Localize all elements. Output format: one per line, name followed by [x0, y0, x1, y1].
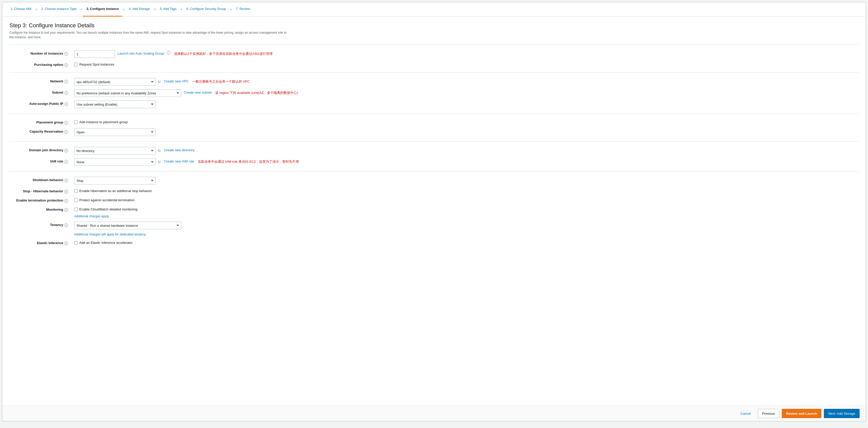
info-icon-placement[interactable]: i [64, 121, 68, 125]
info-icon-auto-scaling[interactable]: i [167, 51, 170, 55]
control-capacity-reservation: Open [71, 128, 859, 136]
info-icon-subnet[interactable]: i [64, 91, 68, 95]
info-icon-hibernate[interactable]: i [64, 190, 68, 193]
refresh-network-icon[interactable]: ↻ [157, 80, 161, 84]
termination-label-text: Protect against accidental termination [79, 198, 135, 202]
wizard-step-add-storage[interactable]: 4. Add Storage [125, 2, 154, 17]
info-icon-monitoring[interactable]: i [64, 208, 68, 212]
row-elastic-inference: Elastic Inference i Add an Elastic Infer… [9, 238, 859, 247]
section-instances: Number of instances i Launch into Auto S… [9, 44, 859, 72]
label-hibernate: Stop - Hibernate behavior i [9, 188, 71, 193]
label-network: Network i [9, 78, 71, 84]
monitoring-checkbox[interactable] [74, 208, 78, 211]
create-new-subnet-link[interactable]: Create new subnet [184, 89, 212, 94]
network-select[interactable]: vpc-485c4732 (default) [74, 78, 156, 86]
control-hibernate: Enable hibernation as an additional stop… [71, 188, 859, 193]
placement-group-label-text: Add instance to placement group [79, 120, 128, 124]
wizard-sep-5: > [180, 8, 183, 11]
info-icon-ei[interactable]: i [64, 242, 68, 245]
termination-protection-checkbox[interactable] [74, 198, 78, 202]
shutdown-behavior-select[interactable]: Stop [74, 177, 156, 184]
section-placement: Placement group i Add instance to placem… [9, 114, 859, 141]
row-termination-protection: Enable termination protection i Protect … [9, 195, 859, 205]
instances-input[interactable] [74, 50, 115, 58]
wizard-step-configure-instance[interactable]: 3. Configure Instance [83, 2, 122, 17]
label-domain-join: Domain join directory i [9, 147, 71, 153]
row-capacity-reservation: Capacity Reservation i Open [9, 126, 859, 138]
info-icon-purchasing[interactable]: i [64, 63, 68, 67]
tenancy-select[interactable]: Shared - Run a shared hardware instance [74, 222, 181, 229]
section-domain-iam: Domain join directory i No directory ↻ C… [9, 141, 859, 171]
ei-label-text: Add an Elastic Inference accelerator [79, 241, 133, 245]
info-icon-auto-ip[interactable]: i [64, 102, 68, 106]
info-icon-iam[interactable]: i [64, 160, 68, 164]
section-behavior: Shutdown behavior i Stop Stop - Hibernat… [9, 171, 859, 251]
row-network: Network i vpc-485c4732 (default) ↻ Creat… [9, 76, 859, 88]
refresh-domain-icon[interactable]: ↻ [157, 149, 161, 153]
placement-group-checkbox[interactable] [74, 120, 78, 124]
annotation-instances: 选择默认1个实例就好，多个实例在实际业务中会通过ASG进行管理 [173, 50, 273, 56]
control-elastic-inference: Add an Elastic Inference accelerator [71, 240, 859, 245]
control-num-instances: Launch into Auto Scaling Group i 选择默认1个实… [71, 50, 859, 58]
checkbox-row-ei: Add an Elastic Inference accelerator [74, 240, 133, 245]
row-placement-group: Placement group i Add instance to placem… [9, 117, 859, 126]
next-add-storage-button[interactable]: Next: Add Storage [824, 409, 860, 418]
wizard-step-review[interactable]: 7. Review [232, 2, 253, 17]
info-icon-tenancy[interactable]: i [64, 223, 68, 227]
wizard-step-instance-type[interactable]: 2. Choose Instance Type [38, 2, 80, 17]
create-new-iam-role-link[interactable]: Create new IAM role [164, 158, 194, 163]
wizard-sep-2: > [80, 8, 83, 11]
request-spot-checkbox[interactable] [74, 63, 78, 66]
control-auto-assign-ip: Use subnet setting (Enable) [71, 100, 859, 108]
label-elastic-inference: Elastic Inference i [9, 240, 71, 245]
info-icon-shutdown[interactable]: i [64, 179, 68, 182]
additional-charges-monitoring[interactable]: Additional charges apply. [74, 215, 110, 218]
row-domain-join: Domain join directory i No directory ↻ C… [9, 145, 859, 156]
hibernate-checkbox[interactable] [74, 189, 78, 193]
additional-charges-tenancy[interactable]: Additional charges will apply for dedica… [74, 233, 146, 236]
info-icon-network[interactable]: i [64, 80, 68, 84]
cancel-button[interactable]: Cancel [736, 409, 755, 418]
ei-checkbox[interactable] [74, 241, 78, 245]
label-tenancy: Tenancy i [9, 222, 71, 227]
row-tenancy: Tenancy i Shared - Run a shared hardware… [9, 220, 859, 238]
wizard-step-ami[interactable]: 1. Choose AMI [7, 2, 35, 17]
label-monitoring: Monitoring i [9, 206, 71, 212]
checkbox-row-spot: Request Spot instances [74, 61, 114, 66]
row-iam-role: IAM role i None ↻ Create new IAM role 实际… [9, 156, 859, 167]
review-launch-button[interactable]: Review and Launch [782, 409, 822, 418]
hibernate-label-text: Enable hibernation as an additional stop… [79, 189, 152, 193]
main-content: Step 3: Configure Instance Details Confi… [2, 17, 866, 405]
annotation-iam: 实际业务中会通过 IAM role 来访问 EC2，这里为了演示，暂时先不用 [197, 158, 299, 164]
request-spot-label: Request Spot instances [79, 62, 114, 66]
previous-button[interactable]: Previous [758, 409, 779, 418]
page-subtitle: Configure the instance to suit your requ… [9, 30, 290, 39]
control-tenancy: Shared - Run a shared hardware instance … [71, 222, 859, 236]
row-hibernate: Stop - Hibernate behavior i Enable hiber… [9, 186, 859, 195]
auto-assign-ip-select[interactable]: Use subnet setting (Enable) [74, 100, 156, 108]
capacity-reservation-select[interactable]: Open [74, 128, 156, 136]
label-iam-role: IAM role i [9, 158, 71, 164]
wizard-step-add-tags[interactable]: 5. Add Tags [156, 2, 180, 17]
launch-auto-scaling-link[interactable]: Launch into Auto Scaling Group [118, 50, 164, 55]
iam-role-select[interactable]: None [74, 158, 156, 166]
refresh-iam-icon[interactable]: ↻ [157, 160, 161, 164]
control-placement-group: Add instance to placement group [71, 119, 859, 124]
wizard-sep-1: > [35, 8, 38, 11]
create-new-vpc-link[interactable]: Create new VPC [164, 78, 189, 83]
control-domain-join: No directory ↻ Create new directory [71, 147, 859, 155]
label-shutdown-behavior: Shutdown behavior i [9, 177, 71, 182]
info-icon-termination[interactable]: i [64, 199, 68, 203]
control-monitoring: Enable CloudWatch detailed monitoring Ad… [71, 206, 859, 218]
checkbox-row-hibernate: Enable hibernation as an additional stop… [74, 188, 152, 193]
create-new-directory-link[interactable]: Create new directory [164, 147, 194, 152]
info-icon-num-instances[interactable]: i [64, 52, 68, 56]
info-icon-domain[interactable]: i [64, 149, 68, 153]
annotation-subnet: 该 region 下的 available zone(AZ，多个隔离的数据中心) [214, 89, 298, 95]
info-icon-capacity[interactable]: i [64, 130, 68, 134]
wizard-step-security-group[interactable]: 6. Configure Security Group [183, 2, 229, 17]
label-capacity-reservation: Capacity Reservation i [9, 128, 71, 134]
footer: Cancel Previous Review and Launch Next: … [2, 405, 866, 421]
domain-join-select[interactable]: No directory [74, 147, 156, 155]
subnet-select[interactable]: No preference (default subnet in any Ava… [74, 89, 181, 97]
